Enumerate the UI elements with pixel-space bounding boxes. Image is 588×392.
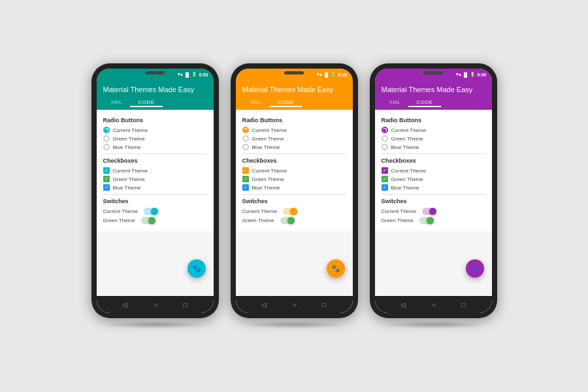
checkbox-label-purple-2: Blue Theme: [391, 185, 419, 191]
home-button-teal[interactable]: ○: [154, 301, 157, 308]
checkbox-orange-2: ✓: [242, 184, 249, 191]
switch-orange-0[interactable]: [283, 208, 297, 215]
switch-teal-0[interactable]: [144, 208, 158, 215]
tab-purple-xml[interactable]: XML: [382, 97, 409, 107]
checkbox-label-teal-1: Green Theme: [113, 176, 145, 182]
status-bar-purple: ▾▴ ▐▌ 🔋 6:00: [375, 69, 492, 80]
screen-content-orange: Radio Buttons Current Theme Green Theme: [236, 110, 353, 296]
switch-item-teal-0[interactable]: Current Theme: [103, 208, 207, 215]
switch-label-orange-1: Green Theme: [242, 218, 274, 223]
nav-bar-purple: ◁ ○ □: [375, 296, 492, 313]
recent-button-orange[interactable]: □: [323, 301, 327, 308]
checkbox-item-purple-2[interactable]: ✓ Blue Theme: [382, 184, 485, 191]
back-button-teal[interactable]: ◁: [122, 301, 127, 308]
wifi-icon: ▾▴: [178, 72, 183, 77]
radio-item-orange-0[interactable]: Current Theme: [242, 127, 346, 133]
switch-item-orange-1[interactable]: Green Theme: [242, 217, 346, 224]
switch-item-purple-1[interactable]: Green Theme: [382, 217, 485, 224]
screen-content-purple: Radio Buttons Current Theme Green Theme: [375, 110, 492, 296]
checkbox-title-teal: Checkboxes: [103, 157, 207, 164]
signal-icon-orange: ▐▌: [323, 73, 330, 77]
radio-item-purple-0[interactable]: Current Theme: [382, 127, 485, 133]
home-button-purple[interactable]: ○: [432, 301, 436, 308]
phone-purple-screen: ▾▴ ▐▌ 🔋 6:00 Material Themes Made Easy X…: [375, 69, 492, 313]
fab-icon-teal: 🐾: [192, 265, 201, 273]
switch-purple-1[interactable]: [419, 217, 434, 224]
checkbox-orange-0: ✓: [242, 167, 249, 174]
radio-item-teal-1[interactable]: Green Theme: [103, 135, 207, 142]
radio-circle-orange-0: [242, 127, 249, 133]
tabs-purple[interactable]: XML CODE: [382, 97, 485, 107]
switch-item-orange-0[interactable]: Current Theme: [242, 208, 346, 215]
phone-teal: ▾▴ ▐▌ 🔋 6:00 Material Themes Made Easy X…: [91, 63, 219, 318]
tabs-teal[interactable]: XML CODE: [103, 97, 207, 107]
tabs-orange[interactable]: XML CODE: [242, 97, 346, 107]
fab-icon-purple: 🐾: [470, 265, 480, 273]
phone-teal-wrapper: ▾▴ ▐▌ 🔋 6:00 Material Themes Made Easy X…: [91, 63, 219, 329]
radio-circle-teal-1: [103, 135, 110, 142]
switch-label-purple-0: Current Theme: [382, 208, 417, 214]
switch-orange-1[interactable]: [280, 217, 295, 224]
divider-purple-2: [382, 194, 485, 195]
time-teal: 6:00: [199, 73, 208, 77]
fab-purple[interactable]: 🐾: [466, 259, 484, 278]
checkbox-title-orange: Checkboxes: [242, 157, 346, 164]
radio-label-orange-0: Current Theme: [252, 127, 287, 133]
switch-item-purple-0[interactable]: Current Theme: [382, 208, 485, 215]
radio-label-purple-1: Green Theme: [391, 136, 423, 142]
checkbox-item-teal-0[interactable]: ✓ Current Theme: [103, 167, 207, 174]
checkbox-item-teal-2[interactable]: ✓ Blue Theme: [103, 184, 207, 191]
switch-teal-1[interactable]: [141, 217, 155, 224]
status-icons-teal: ▾▴ ▐▌ 🔋 6:00: [178, 72, 208, 77]
checkbox-item-teal-1[interactable]: ✓ Green Theme: [103, 176, 207, 182]
divider-teal-2: [103, 194, 207, 195]
checkbox-label-purple-1: Green Theme: [391, 176, 423, 182]
recent-button-purple[interactable]: □: [462, 301, 466, 308]
switch-label-teal-1: Green Theme: [103, 218, 135, 223]
checkbox-item-purple-1[interactable]: ✓ Green Theme: [382, 176, 485, 182]
radio-item-teal-2[interactable]: Blue Theme: [103, 144, 207, 150]
tab-orange-code[interactable]: CODE: [269, 97, 301, 107]
switch-label-teal-0: Current Theme: [103, 208, 139, 214]
tab-teal-code[interactable]: CODE: [130, 97, 162, 107]
tab-teal-xml[interactable]: XML: [103, 97, 131, 107]
wifi-icon-orange: ▾▴: [317, 72, 322, 77]
checkbox-item-orange-1[interactable]: ✓ Green Theme: [242, 176, 346, 182]
radio-item-teal-0[interactable]: Current Theme: [103, 127, 207, 133]
radio-title-purple: Radio Buttons: [382, 117, 485, 123]
home-button-orange[interactable]: ○: [293, 301, 297, 308]
checkbox-teal-2: ✓: [103, 184, 110, 191]
radio-item-purple-2[interactable]: Blue Theme: [382, 144, 485, 150]
tab-purple-code[interactable]: CODE: [408, 97, 440, 107]
fab-teal[interactable]: 🐾: [188, 259, 206, 278]
radio-title-orange: Radio Buttons: [242, 117, 346, 123]
radio-circle-purple-2: [382, 144, 388, 150]
checkbox-teal-1: ✓: [103, 176, 110, 182]
checkbox-label-orange-2: Blue Theme: [252, 185, 280, 191]
switches-title-teal: Switches: [103, 198, 207, 204]
checkbox-label-teal-2: Blue Theme: [113, 185, 141, 191]
radio-item-orange-1[interactable]: Green Theme: [242, 135, 346, 142]
divider-orange-2: [242, 194, 346, 195]
radio-item-purple-1[interactable]: Green Theme: [382, 135, 485, 142]
battery-icon-orange: 🔋: [331, 72, 336, 77]
phone-teal-screen: ▾▴ ▐▌ 🔋 6:00 Material Themes Made Easy X…: [97, 69, 214, 313]
checkbox-label-teal-0: Current Theme: [113, 168, 148, 174]
switch-purple-0[interactable]: [422, 208, 436, 215]
content-orange: Radio Buttons Current Theme Green Theme: [236, 110, 353, 231]
checkbox-item-orange-0[interactable]: ✓ Current Theme: [242, 167, 346, 174]
fab-orange[interactable]: 🐾: [327, 259, 345, 278]
checkbox-item-purple-0[interactable]: ✓ Current Theme: [382, 167, 485, 174]
back-button-orange[interactable]: ◁: [261, 301, 267, 308]
tab-orange-xml[interactable]: XML: [242, 97, 270, 107]
checkbox-item-orange-2[interactable]: ✓ Blue Theme: [242, 184, 346, 191]
app-bar-teal: Material Themes Made Easy XML CODE: [97, 80, 214, 110]
recent-button-teal[interactable]: □: [184, 301, 188, 308]
status-icons-purple: ▾▴ ▐▌ 🔋 6:00: [456, 72, 487, 77]
phone-orange: ▾▴ ▐▌ 🔋 6:00 Material Themes Made Easy X…: [231, 63, 358, 318]
radio-item-orange-2[interactable]: Blue Theme: [242, 144, 346, 150]
battery-icon-purple: 🔋: [470, 72, 476, 77]
switch-item-teal-1[interactable]: Green Theme: [103, 217, 207, 224]
back-button-purple[interactable]: ◁: [400, 301, 406, 308]
status-icons-orange: ▾▴ ▐▌ 🔋 6:00: [317, 72, 348, 77]
